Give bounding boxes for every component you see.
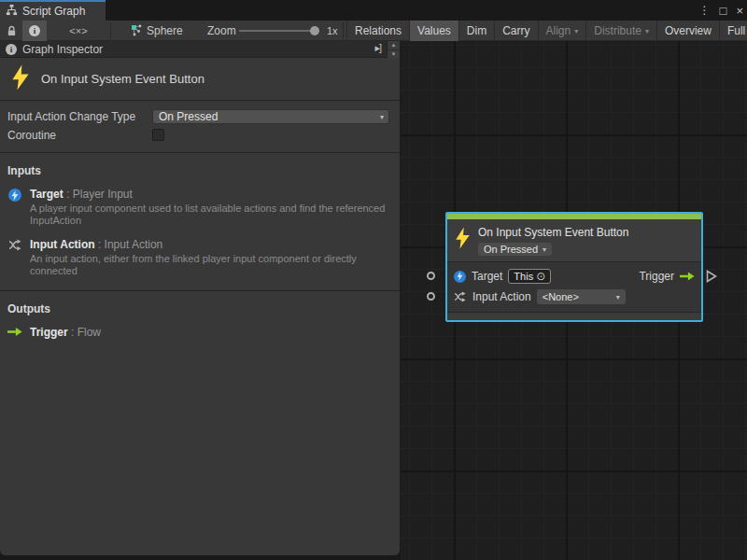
unit-fields: Input Action Change Type On Pressed ▾ Co…: [0, 101, 400, 153]
maximize-icon[interactable]: □: [720, 4, 727, 18]
scroll-down-icon[interactable]: ▼: [388, 50, 400, 59]
node-event-dropdown[interactable]: On Pressed ▾: [478, 243, 552, 256]
graph-owner-icon: [131, 24, 144, 40]
full-screen-button[interactable]: Full Screen: [719, 21, 747, 41]
zoom-value: 1x: [327, 21, 338, 41]
graph-inspector-panel: i Graph Inspector ▸] ▲ ▼ On Input System…: [0, 41, 401, 555]
target-object-field[interactable]: This ⊙: [508, 269, 551, 284]
node-row-target: Target This ⊙ Trigger: [454, 266, 695, 287]
zoom-slider-handle[interactable]: [310, 26, 319, 35]
port-type: : Flow: [71, 326, 101, 339]
carry-button[interactable]: Carry: [494, 21, 537, 41]
input-action-port-label: Input Action: [472, 290, 531, 303]
flow-arrow-icon: [7, 326, 22, 339]
info-toggle-button[interactable]: i: [22, 21, 47, 41]
lightning-bolt-icon: [455, 227, 471, 256]
info-icon: i: [29, 25, 40, 36]
trigger-port-label: Trigger: [639, 270, 674, 283]
zoom-label: Zoom: [207, 21, 236, 41]
window-controls: ⋮ □ ×: [699, 0, 743, 21]
port-name: Target: [30, 188, 63, 201]
coroutine-checkbox[interactable]: [152, 129, 164, 141]
node-footer: [447, 312, 701, 320]
overview-button[interactable]: Overview: [656, 21, 719, 41]
change-type-label: Input Action Change Type: [0, 110, 135, 123]
node-title: On Input System Event Button: [478, 226, 628, 239]
coroutine-row: Coroutine: [0, 126, 400, 145]
chevron-down-icon: ▾: [616, 293, 620, 301]
dim-button[interactable]: Dim: [458, 21, 494, 41]
zoom-slider[interactable]: [239, 30, 317, 32]
node-row-input-action: Input Action <None> ▾: [454, 287, 695, 307]
input-action-icon: [454, 291, 467, 302]
player-input-icon: [454, 271, 466, 283]
player-input-icon: [7, 188, 22, 228]
input-action-dropdown[interactable]: <None> ▾: [537, 289, 626, 304]
graph-inspector-title: Graph Inspector: [22, 43, 103, 56]
chevron-down-icon: ▾: [645, 27, 649, 35]
output-port-trigger[interactable]: [706, 270, 717, 286]
input-entry-input-action: Input Action : Input Action An input act…: [0, 236, 400, 287]
titlebar: Script Graph ⋮ □ ×: [0, 0, 747, 21]
port-description: An input action, either from the linked …: [30, 253, 392, 278]
port-name: Trigger: [30, 326, 68, 339]
distribute-button[interactable]: Distribute▾: [585, 21, 656, 41]
node-header[interactable]: On Input System Event Button On Pressed …: [447, 219, 701, 262]
node-body: Target This ⊙ Trigger Input Action <None…: [447, 262, 701, 312]
port-type: : Player Input: [66, 188, 133, 201]
code-icon[interactable]: <×>: [60, 21, 97, 41]
tab-script-graph[interactable]: Script Graph: [0, 0, 106, 21]
outputs-heading: Outputs: [0, 291, 400, 324]
target-port-label: Target: [472, 270, 502, 283]
toolbar-separator: [343, 22, 344, 39]
input-port-target[interactable]: [427, 272, 435, 280]
unit-title-block: On Input System Event Button: [0, 58, 400, 101]
window-menu-icon[interactable]: ⋮: [699, 4, 711, 17]
chevron-down-icon: ▾: [574, 27, 578, 35]
output-entry-trigger: Trigger : Flow: [0, 324, 400, 347]
graph-inspector-header: i Graph Inspector ▸] ▲ ▼: [0, 41, 400, 58]
port-description: A player input component used to list av…: [30, 203, 392, 228]
graph-owner-label: Sphere: [147, 21, 183, 41]
expand-panel-icon[interactable]: ▸]: [374, 42, 381, 54]
chevron-down-icon: ▾: [380, 113, 384, 121]
align-button[interactable]: Align▾: [538, 21, 586, 41]
input-port-input-action[interactable]: [427, 292, 435, 301]
scroll-up-icon[interactable]: ▲: [388, 41, 400, 50]
inputs-heading: Inputs: [0, 153, 400, 186]
lightning-bolt-icon: [11, 64, 30, 93]
script-graph-icon: [6, 4, 18, 19]
change-type-row: Input Action Change Type On Pressed ▾: [0, 107, 400, 126]
tab-label: Script Graph: [22, 5, 85, 18]
input-action-icon: [7, 238, 22, 278]
input-entry-target: Target : Player Input A player input com…: [0, 186, 400, 236]
object-picker-icon[interactable]: ⊙: [536, 270, 545, 283]
lock-icon[interactable]: [2, 21, 21, 41]
info-icon: i: [6, 44, 17, 55]
close-icon[interactable]: ×: [736, 4, 743, 18]
flow-arrow-icon: [680, 272, 695, 281]
port-name: Input Action: [30, 238, 95, 251]
change-type-dropdown[interactable]: On Pressed ▾: [152, 109, 389, 124]
toolbar: i <×> Sphere Zoom 1x Relations Values Di…: [0, 21, 747, 41]
chevron-down-icon: ▾: [543, 245, 546, 254]
event-node[interactable]: On Input System Event Button On Pressed …: [445, 212, 703, 322]
coroutine-label: Coroutine: [0, 129, 56, 142]
inspector-scrollbar: ▲ ▼: [387, 41, 400, 58]
port-type: : Input Action: [98, 238, 162, 251]
toolbar-separator: [110, 22, 111, 39]
values-button[interactable]: Values: [409, 21, 458, 41]
graph-canvas[interactable]: On Input System Event Button On Pressed …: [401, 41, 747, 560]
unit-title: On Input System Event Button: [41, 72, 204, 86]
relations-button[interactable]: Relations: [346, 21, 409, 41]
toolbar-buttons: Relations Values Dim Carry Align▾ Distri…: [346, 21, 747, 41]
